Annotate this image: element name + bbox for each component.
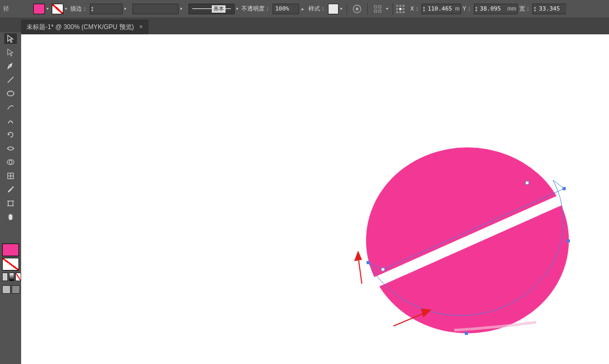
- tool-panel: [0, 17, 21, 364]
- style-label: 样式：: [308, 5, 326, 13]
- recolor-artwork-icon[interactable]: [350, 2, 364, 16]
- canvas[interactable]: [21, 34, 609, 364]
- svg-rect-25: [381, 268, 385, 271]
- direct-selection-tool[interactable]: [4, 47, 17, 58]
- svg-point-8: [7, 91, 14, 96]
- document-tab-bar: 未标题-1* @ 300% (CMYK/GPU 预览) ×: [21, 17, 609, 34]
- svg-rect-5: [379, 10, 381, 12]
- graphic-style[interactable]: [328, 4, 339, 14]
- svg-point-1: [355, 7, 358, 10]
- stroke-dropdown-icon[interactable]: ▾: [63, 4, 68, 14]
- svg-rect-2: [374, 5, 377, 8]
- svg-rect-14: [12, 186, 14, 189]
- brush-dropdown[interactable]: ▾: [235, 4, 239, 14]
- stroke-label: 描边：: [70, 5, 88, 13]
- svg-rect-3: [379, 5, 381, 8]
- tab-title: 未标题-1* @ 300% (CMYK/GPU 预览): [26, 20, 134, 34]
- hand-tool[interactable]: [4, 212, 17, 222]
- transform-reference-point[interactable]: [396, 5, 405, 13]
- x-input[interactable]: ▴▾ 110.465 m: [421, 4, 461, 14]
- svg-rect-30: [367, 261, 370, 264]
- color-controls: [0, 244, 21, 294]
- fill-color-swatch[interactable]: [33, 4, 45, 14]
- w-value: 33.345: [537, 5, 566, 12]
- svg-line-24: [553, 180, 564, 189]
- artwork: [21, 34, 609, 364]
- artboard-tool[interactable]: [4, 198, 17, 209]
- svg-rect-27: [465, 332, 468, 335]
- fill-dropdown-icon[interactable]: ▾: [45, 4, 50, 14]
- y-value: 38.095: [479, 5, 508, 12]
- stepper-icon[interactable]: ▴▾: [474, 6, 479, 12]
- shaper-tool[interactable]: [4, 116, 17, 126]
- svg-point-6: [9, 66, 10, 67]
- svg-line-7: [8, 77, 14, 83]
- color-mode-btn[interactable]: [2, 273, 8, 281]
- none-mode-btn[interactable]: [15, 273, 21, 281]
- vwp-dropdown[interactable]: ▾: [179, 4, 183, 14]
- opacity-label: 不透明度：: [241, 5, 270, 13]
- close-icon[interactable]: ×: [139, 20, 143, 34]
- fill-color[interactable]: [2, 244, 19, 256]
- selected-shape[interactable]: [299, 147, 609, 335]
- mesh-tool[interactable]: [4, 171, 17, 181]
- brush-label: 基本: [212, 5, 226, 13]
- screen-mode-full[interactable]: [12, 285, 20, 294]
- stepper-icon[interactable]: ▴▾: [90, 6, 95, 12]
- svg-rect-26: [526, 181, 529, 184]
- opacity-dropdown[interactable]: ▸: [299, 4, 306, 14]
- paintbrush-tool[interactable]: [4, 102, 17, 113]
- opacity-value: 100%: [273, 5, 292, 12]
- svg-rect-4: [374, 10, 377, 12]
- eyedropper-tool[interactable]: [4, 184, 17, 195]
- align-icon[interactable]: [371, 2, 385, 16]
- svg-marker-32: [355, 252, 361, 260]
- line-tool[interactable]: [4, 74, 17, 85]
- ellipse-tool[interactable]: [4, 88, 17, 99]
- screen-mode-normal[interactable]: [2, 285, 11, 294]
- options-bar: 径 ▾ ▾ 描边： ▴▾ ▾ ▾ 基本 ▾ 不透明度： 100% ▸ 样式： ▾…: [0, 0, 609, 17]
- selection-tool[interactable]: [4, 33, 17, 44]
- stroke-color-swatch[interactable]: [52, 4, 63, 14]
- stroke-weight-dropdown[interactable]: ▾: [123, 4, 127, 14]
- style-dropdown[interactable]: ▾: [339, 4, 343, 14]
- stepper-icon[interactable]: ▴▾: [422, 6, 426, 12]
- rotate-tool[interactable]: [4, 129, 17, 140]
- stroke-color[interactable]: [2, 258, 19, 270]
- w-label: 宽：: [519, 5, 531, 13]
- svg-rect-15: [8, 201, 13, 206]
- path-label: 径: [3, 5, 9, 13]
- variable-width-profile[interactable]: [133, 4, 179, 14]
- document-tab[interactable]: 未标题-1* @ 300% (CMYK/GPU 预览) ×: [21, 20, 148, 34]
- pen-tool[interactable]: [4, 61, 17, 71]
- w-input[interactable]: ▴▾ 33.345: [532, 4, 566, 14]
- stepper-icon[interactable]: ▴▾: [533, 6, 537, 12]
- x-value: 110.465: [426, 5, 455, 12]
- gradient-mode-btn[interactable]: [9, 273, 15, 281]
- width-tool[interactable]: [4, 143, 17, 154]
- svg-rect-28: [567, 239, 570, 242]
- stroke-weight-input[interactable]: ▴▾: [90, 4, 123, 14]
- y-label: Y：: [463, 5, 472, 13]
- svg-rect-29: [563, 187, 566, 190]
- brush-definition[interactable]: 基本: [189, 4, 235, 14]
- align-dropdown[interactable]: ▾: [385, 4, 389, 14]
- shape-builder-tool[interactable]: [4, 157, 17, 167]
- opacity-input[interactable]: 100%: [273, 4, 299, 14]
- y-input[interactable]: ▴▾ 38.095 mm: [474, 4, 518, 14]
- x-label: X：: [410, 5, 420, 13]
